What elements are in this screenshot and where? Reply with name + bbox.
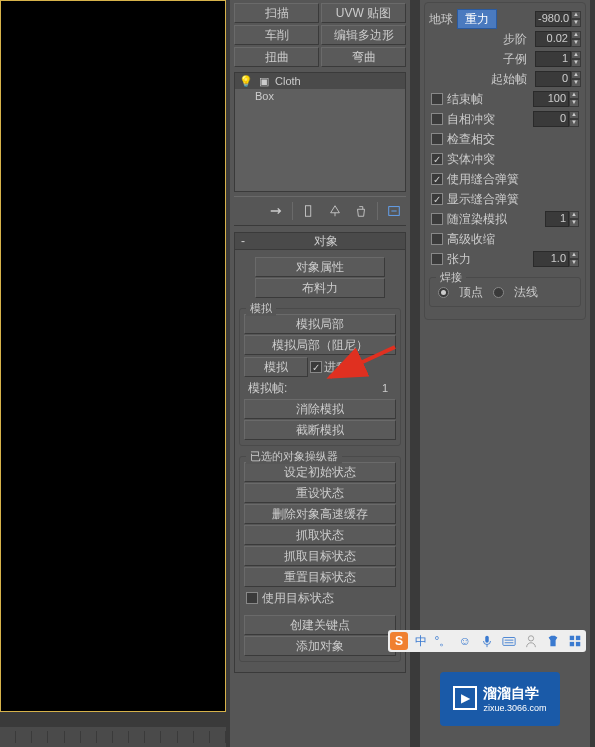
weld-vertex-radio[interactable] bbox=[438, 287, 449, 298]
use-sewing-checkbox[interactable] bbox=[431, 173, 443, 185]
object-properties-button[interactable]: 对象属性 bbox=[255, 257, 385, 277]
gravity-button[interactable]: 重力 bbox=[457, 9, 497, 29]
svg-rect-11 bbox=[570, 642, 574, 646]
start-frame-label: 起始帧 bbox=[429, 71, 531, 88]
spinner-down[interactable]: ▼ bbox=[571, 19, 581, 27]
use-target-label: 使用目标状态 bbox=[262, 590, 334, 607]
reset-target-button[interactable]: 重置目标状态 bbox=[244, 567, 396, 587]
use-sewing-label: 使用缝合弹簧 bbox=[447, 171, 519, 188]
tension-checkbox[interactable] bbox=[431, 253, 443, 265]
stack-item-box[interactable]: Box bbox=[235, 89, 405, 103]
random-wind-checkbox[interactable] bbox=[431, 213, 443, 225]
remove-modifier-icon[interactable] bbox=[351, 201, 371, 221]
end-frame-label: 结束帧 bbox=[447, 91, 483, 108]
delete-cache-button[interactable]: 删除对象高速缓存 bbox=[244, 504, 396, 524]
adv-compress-checkbox[interactable] bbox=[431, 233, 443, 245]
ime-shirt-icon[interactable] bbox=[544, 632, 562, 650]
ime-mic-icon[interactable] bbox=[478, 632, 496, 650]
sim-group-label: 模拟 bbox=[246, 301, 276, 316]
set-initial-state-button[interactable]: 设定初始状态 bbox=[244, 462, 396, 482]
collapse-icon: - bbox=[241, 234, 245, 248]
create-keys-button[interactable]: 创建关键点 bbox=[244, 615, 396, 635]
self-collision-label: 自相冲突 bbox=[447, 111, 495, 128]
adv-compress-label: 高级收缩 bbox=[447, 231, 495, 248]
ime-person-icon[interactable] bbox=[522, 632, 540, 650]
modifier-lathe[interactable]: 车削 bbox=[234, 25, 319, 45]
check-intersect-label: 检查相交 bbox=[447, 131, 495, 148]
svg-rect-9 bbox=[570, 636, 574, 640]
tension-label: 张力 bbox=[447, 251, 471, 268]
stack-toolbar bbox=[234, 196, 406, 226]
self-collision-input[interactable]: 0 bbox=[533, 111, 569, 127]
erase-sim-button[interactable]: 消除模拟 bbox=[244, 399, 396, 419]
pin-stack-icon[interactable] bbox=[266, 201, 286, 221]
end-frame-input[interactable]: 100 bbox=[533, 91, 569, 107]
truncate-sim-button[interactable]: 截断模拟 bbox=[244, 420, 396, 440]
simulate-local-damped-button[interactable]: 模拟局部（阻尼） bbox=[244, 335, 396, 355]
ime-lang-icon[interactable]: 中 bbox=[412, 632, 430, 650]
ime-grid-icon[interactable] bbox=[566, 632, 584, 650]
modifier-bend[interactable]: 弯曲 bbox=[321, 47, 406, 67]
weld-normal-radio[interactable] bbox=[493, 287, 504, 298]
grab-state-button[interactable]: 抓取状态 bbox=[244, 525, 396, 545]
ime-keyboard-icon[interactable] bbox=[500, 632, 518, 650]
add-objects-button[interactable]: 添加对象 bbox=[244, 636, 396, 656]
logo-text: 溜溜自学 bbox=[483, 685, 546, 703]
svg-point-8 bbox=[528, 636, 533, 641]
logo-url: zixue.3066.com bbox=[483, 703, 546, 713]
viewport[interactable] bbox=[0, 0, 226, 712]
weld-group-label: 焊接 bbox=[436, 270, 466, 285]
ime-emoji-icon[interactable]: ☺ bbox=[456, 632, 474, 650]
earth-label: 地球 bbox=[429, 11, 453, 28]
check-intersect-checkbox[interactable] bbox=[431, 133, 443, 145]
cloth-forces-button[interactable]: 布料力 bbox=[255, 278, 385, 298]
stack-item-cloth[interactable]: Cloth bbox=[275, 75, 301, 87]
modifier-uvw[interactable]: UVW 贴图 bbox=[321, 3, 406, 23]
step-input[interactable]: 0.02 bbox=[535, 31, 571, 47]
modifier-stack[interactable]: 💡 ▣ Cloth Box bbox=[234, 72, 406, 192]
show-sewing-label: 显示缝合弹簧 bbox=[447, 191, 519, 208]
sim-frame-value: 1 bbox=[382, 382, 392, 394]
simulate-button[interactable]: 模拟 bbox=[244, 357, 308, 377]
play-icon: ▶ bbox=[453, 686, 477, 710]
end-frame-checkbox[interactable] bbox=[431, 93, 443, 105]
svg-rect-5 bbox=[503, 638, 515, 646]
weld-normal-label: 法线 bbox=[514, 284, 538, 301]
show-sewing-checkbox[interactable] bbox=[431, 193, 443, 205]
configure-sets-icon[interactable] bbox=[384, 201, 404, 221]
modifier-scan[interactable]: 扫描 bbox=[234, 3, 319, 23]
start-frame-input[interactable]: 0 bbox=[535, 71, 571, 87]
use-target-checkbox[interactable] bbox=[246, 592, 258, 604]
ime-logo-icon[interactable]: S bbox=[390, 632, 408, 650]
grab-target-button[interactable]: 抓取目标状态 bbox=[244, 546, 396, 566]
sim-frame-label: 模拟帧: bbox=[248, 380, 287, 397]
self-collision-checkbox[interactable] bbox=[431, 113, 443, 125]
reset-state-button[interactable]: 重设状态 bbox=[244, 483, 396, 503]
solid-collision-label: 实体冲突 bbox=[447, 151, 495, 168]
solid-collision-checkbox[interactable] bbox=[431, 153, 443, 165]
tension-input[interactable]: 1.0 bbox=[533, 251, 569, 267]
modifier-twist[interactable]: 扭曲 bbox=[234, 47, 319, 67]
random-wind-label: 随渲染模拟 bbox=[447, 211, 507, 228]
random-wind-input[interactable]: 1 bbox=[545, 211, 569, 227]
modifier-editpoly[interactable]: 编辑多边形 bbox=[321, 25, 406, 45]
stack-header: 💡 ▣ Cloth bbox=[235, 73, 405, 89]
progress-checkbox[interactable] bbox=[310, 361, 322, 373]
subsample-input[interactable]: 1 bbox=[535, 51, 571, 67]
expand-icon[interactable]: ▣ bbox=[259, 75, 269, 88]
make-unique-icon[interactable] bbox=[325, 201, 345, 221]
svg-rect-4 bbox=[485, 636, 489, 643]
show-end-result-icon[interactable] bbox=[299, 201, 319, 221]
timeline[interactable] bbox=[0, 727, 226, 747]
progress-label: 进程 bbox=[324, 359, 348, 376]
spinner-up[interactable]: ▲ bbox=[571, 11, 581, 19]
ime-toolbar[interactable]: S 中 °。 ☺ bbox=[388, 630, 586, 652]
ime-punct-icon[interactable]: °。 bbox=[434, 632, 452, 650]
svg-rect-10 bbox=[576, 636, 580, 640]
simulate-local-button[interactable]: 模拟局部 bbox=[244, 314, 396, 334]
svg-rect-12 bbox=[576, 642, 580, 646]
gravity-input[interactable]: -980.0 bbox=[535, 11, 571, 27]
lightbulb-icon[interactable]: 💡 bbox=[239, 75, 253, 88]
rollout-object-header[interactable]: - 对象 bbox=[234, 232, 406, 250]
weld-vertex-label: 顶点 bbox=[459, 284, 483, 301]
